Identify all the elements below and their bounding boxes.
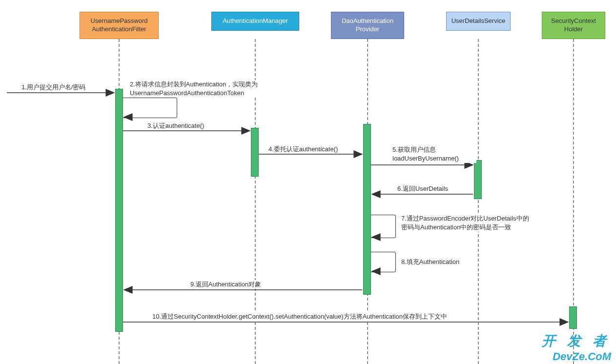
- selfcall-2-box: [123, 98, 177, 118]
- msg-8: 8.填充Authentication: [400, 258, 460, 266]
- msg-5-line1: 5.获取用户信息: [392, 145, 475, 154]
- msg-10: 10.通过SecurityContextHolder.getContext().…: [151, 312, 448, 321]
- watermark-en: DevZe.CoM: [553, 350, 611, 363]
- msg-3: 3.认证authenticate(): [146, 121, 205, 130]
- msg-2: 2.将请求信息封装到Authentication，实现类为 UsernamePa…: [129, 80, 302, 98]
- msg-7-line1: 7.通过PasswordEncoder对比UserDetails中的: [401, 214, 562, 223]
- msg-2-line1: 2.将请求信息封装到Authentication，实现类为: [130, 80, 301, 89]
- selfcall-8-box: [371, 252, 396, 272]
- msg-6: 6.返回UserDetails: [396, 184, 449, 193]
- msg-2-line2: UsernamePasswordAuthenticationToken: [130, 89, 301, 98]
- arrows-layer: [0, 0, 616, 364]
- watermark-cn: 开 发 者: [542, 332, 610, 350]
- selfcall-7-box: [371, 215, 396, 238]
- msg-7-line2: 密码与Authentication中的密码是否一致: [401, 223, 562, 232]
- msg-7: 7.通过PasswordEncoder对比UserDetails中的 密码与Au…: [400, 214, 563, 232]
- msg-5: 5.获取用户信息 loadUserByUsername(): [391, 145, 476, 163]
- msg-5-line2: loadUserByUsername(): [392, 154, 475, 163]
- msg-1: 1.用户提交用户名/密码: [21, 83, 86, 92]
- msg-9: 9.返回Authentication对象: [189, 280, 262, 289]
- msg-4: 4.委托认证authenticate(): [267, 145, 339, 154]
